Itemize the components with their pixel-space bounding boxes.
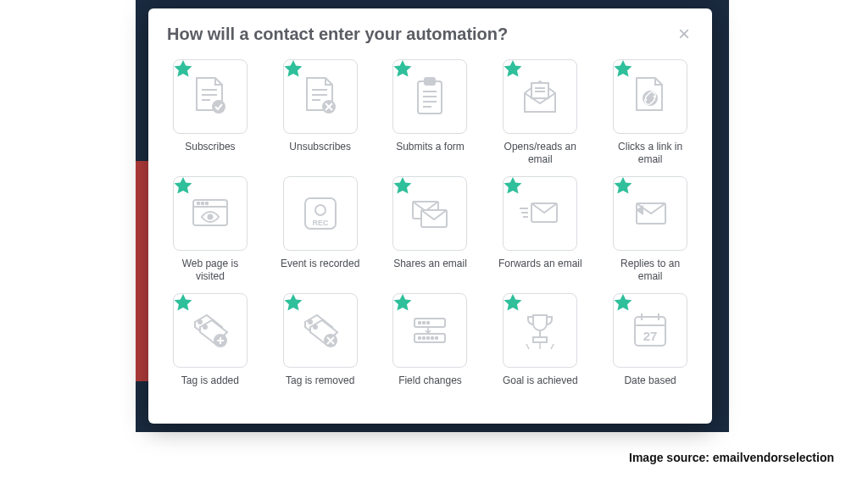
star-icon	[502, 58, 524, 80]
star-icon	[172, 292, 194, 314]
trigger-icon-box	[503, 59, 577, 134]
trigger-card-field-change[interactable]: Field changes	[387, 293, 474, 400]
star-icon	[172, 58, 194, 80]
star-icon	[612, 58, 634, 80]
image-attribution: Image source: emailvendorselection	[629, 451, 834, 464]
trigger-label: Forwards an email	[498, 258, 582, 283]
trigger-card-envelope-fwd[interactable]: Forwards an email	[497, 176, 583, 283]
trigger-icon-box	[173, 59, 248, 134]
trigger-card-tag-x[interactable]: Tag is removed	[277, 293, 364, 400]
trigger-icon-box	[613, 59, 687, 134]
star-icon	[612, 175, 634, 197]
trigger-card-browser-eye[interactable]: Web page is visited	[167, 176, 253, 283]
modal-header: How will a contact enter your automation…	[167, 22, 693, 46]
trigger-icon-box	[283, 59, 358, 134]
trigger-label: Shares an email	[393, 258, 467, 283]
trigger-card-calendar-27[interactable]: Date based	[607, 293, 693, 400]
trigger-icon-box	[173, 176, 248, 251]
star-icon	[502, 292, 524, 314]
trigger-icon-box	[392, 59, 467, 134]
trigger-icon-box	[283, 293, 358, 368]
star-icon	[392, 292, 414, 314]
trigger-label: Replies to an email	[608, 258, 693, 283]
trigger-card-trophy[interactable]: Goal is achieved	[497, 293, 583, 400]
trigger-icon-box	[392, 293, 467, 368]
star-icon	[282, 58, 304, 80]
trigger-card-clipboard[interactable]: Submits a form	[387, 59, 474, 166]
trigger-label: Tag is removed	[286, 374, 354, 400]
trigger-label: Web page is visited	[168, 258, 253, 283]
trigger-label: Clicks a link in email	[608, 141, 693, 166]
trigger-card-doc-check[interactable]: Subscribes	[167, 59, 253, 166]
trigger-icon-box	[503, 176, 577, 251]
star-icon	[502, 175, 524, 197]
automation-trigger-modal: How will a contact enter your automation…	[148, 8, 712, 424]
trigger-card-envelope-reply[interactable]: Replies to an email	[607, 176, 693, 283]
star-icon	[282, 292, 304, 314]
trigger-label: Opens/reads an email	[498, 141, 582, 166]
star-icon	[612, 292, 634, 314]
trigger-icon-box	[283, 176, 358, 251]
trigger-icon-box	[613, 176, 687, 251]
trigger-icon-box	[613, 293, 687, 368]
star-icon	[172, 175, 194, 197]
trigger-card-envelopes[interactable]: Shares an email	[387, 176, 474, 283]
trigger-icon-box	[392, 176, 467, 251]
trigger-label: Event is recorded	[281, 258, 359, 283]
trigger-icon-box	[503, 293, 577, 368]
star-icon	[392, 58, 414, 80]
trigger-card-doc-x[interactable]: Unsubscribes	[277, 59, 364, 166]
trigger-label: Goal is achieved	[503, 374, 578, 400]
trigger-card-tag-plus[interactable]: Tag is added	[167, 293, 253, 400]
trigger-label: Date based	[624, 374, 676, 400]
trigger-label: Tag is added	[181, 374, 239, 400]
rec-icon	[295, 188, 346, 239]
modal-title: How will a contact enter your automation…	[167, 25, 508, 44]
trigger-label: Unsubscribes	[289, 141, 351, 166]
trigger-card-doc-link[interactable]: Clicks a link in email	[607, 59, 693, 166]
close-icon[interactable]: ×	[675, 22, 693, 46]
trigger-label: Subscribes	[185, 141, 235, 166]
trigger-grid: SubscribesUnsubscribesSubmits a formOpen…	[167, 59, 693, 400]
star-icon	[392, 175, 414, 197]
trigger-card-envelope-open[interactable]: Opens/reads an email	[497, 59, 583, 166]
trigger-label: Field changes	[398, 374, 462, 400]
trigger-card-rec[interactable]: Event is recorded	[277, 176, 364, 283]
trigger-label: Submits a form	[396, 141, 465, 166]
trigger-icon-box	[173, 293, 248, 368]
